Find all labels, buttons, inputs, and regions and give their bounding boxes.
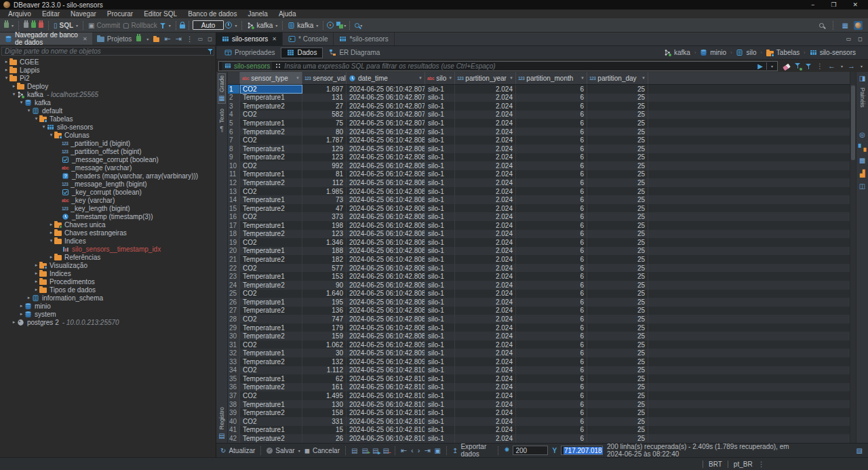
grid-cell[interactable]: 1.062 xyxy=(302,340,347,349)
grid-cell[interactable]: 6 xyxy=(516,383,587,392)
grid-cell[interactable]: 2024-06-25 06:10:42.808 xyxy=(347,332,425,340)
grid-cell[interactable]: silo-1 xyxy=(425,238,455,247)
grid-cell[interactable]: silo-1 xyxy=(425,383,455,392)
row-number[interactable]: 24 xyxy=(228,281,240,290)
tab-database-navigator[interactable]: Navegador de banco de dados ✕ xyxy=(0,33,92,45)
maximize-view-icon[interactable]: ◻ xyxy=(208,36,212,42)
grid-cell[interactable]: silo-1 xyxy=(425,417,455,426)
status-menu-icon[interactable]: ⋮ xyxy=(758,461,765,468)
menu-ajuda[interactable]: Ajuda xyxy=(273,10,302,18)
tree-expander-icon[interactable]: ▾ xyxy=(48,238,54,243)
tree-expander-icon[interactable]: ▸ xyxy=(48,254,54,260)
grid-cell[interactable]: Temperature1 xyxy=(240,400,302,409)
grid-cell[interactable]: 6 xyxy=(516,307,587,315)
breadcrumb-kafka[interactable]: kafka xyxy=(660,49,694,56)
grid-cell[interactable]: Temperature1 xyxy=(240,349,302,357)
tree-item-message-varchar[interactable]: abc _message (varchar) xyxy=(0,163,216,172)
grid-cell[interactable]: silo-1 xyxy=(425,170,455,179)
edit-row-icon[interactable]: ▤ xyxy=(351,447,357,454)
row-number[interactable]: 42 xyxy=(228,434,240,443)
grid-cell[interactable]: 6 xyxy=(516,247,587,256)
reconnect-button[interactable] xyxy=(30,22,37,28)
grid-cell[interactable]: silo-1 xyxy=(425,136,455,144)
grid-cell[interactable]: silo-1 xyxy=(425,408,455,417)
grid-cell[interactable]: 2.024 xyxy=(455,340,516,349)
tree-expander-icon[interactable]: ▾ xyxy=(48,132,54,138)
scrollbar-thumb[interactable] xyxy=(851,85,855,160)
row-number[interactable]: 12 xyxy=(228,178,240,187)
grid-cell[interactable]: 182 xyxy=(302,255,347,264)
tree-item-timestamp-timestamp-3[interactable]: _timestamp (timestamp(3)) xyxy=(0,212,216,220)
lock-icon[interactable] xyxy=(180,24,185,28)
grid-cell[interactable]: silo-1 xyxy=(425,204,455,213)
disconnect-button[interactable] xyxy=(22,22,30,28)
grid-cell[interactable]: 6 xyxy=(516,178,587,187)
row-number[interactable]: 14 xyxy=(228,195,240,204)
prev-row-icon[interactable]: ‹ xyxy=(411,447,414,454)
tree-item-pi2[interactable]: ▾ Pi2 xyxy=(0,74,216,82)
delete-row-icon[interactable]: ▤− xyxy=(382,447,389,454)
perspective-icon[interactable]: ▦ xyxy=(842,22,848,29)
grid-cell[interactable]: CO2 xyxy=(240,238,302,247)
grid-cell[interactable]: Temperature1 xyxy=(240,170,302,179)
grid-cell[interactable]: 6 xyxy=(516,290,587,298)
grid-cell[interactable]: 6 xyxy=(516,417,587,426)
tree-expander-icon[interactable]: ▸ xyxy=(11,319,17,325)
grid-cell[interactable]: 25 xyxy=(587,349,648,357)
column-sort-icon[interactable]: ▼ xyxy=(448,76,452,80)
grid-cell[interactable]: 6 xyxy=(516,400,587,409)
grid-cell[interactable]: 2.024 xyxy=(455,366,516,375)
grid-cell[interactable]: 25 xyxy=(587,281,648,290)
grid-cell[interactable]: 2.024 xyxy=(455,408,516,417)
grid-cell[interactable]: 25 xyxy=(587,128,648,136)
grid-cell[interactable]: 136 xyxy=(302,307,347,315)
grid-cell[interactable]: 2024-06-25 06:10:42.808 xyxy=(347,281,425,290)
active-connection-selector[interactable]: kafka▾ xyxy=(245,22,279,29)
tree-item-key-length-bigint[interactable]: 123 _key_length (bigint) xyxy=(0,204,216,212)
grid-cell[interactable]: 2024-06-25 06:10:42.808 xyxy=(347,315,425,324)
tab-projects[interactable]: Projetos xyxy=(92,33,137,45)
grid-cell[interactable]: 6 xyxy=(516,187,587,196)
grid-cell[interactable]: 1.495 xyxy=(302,391,347,400)
grid-cell[interactable]: 25 xyxy=(587,170,648,179)
quick-access-search-icon[interactable] xyxy=(819,23,824,28)
grid-cell[interactable]: 373 xyxy=(302,212,347,221)
grid-cell[interactable]: 112 xyxy=(302,178,347,187)
grid-cell[interactable]: 2.024 xyxy=(455,434,516,443)
row-number[interactable]: 18 xyxy=(228,230,240,239)
grid-cell[interactable]: 25 xyxy=(587,255,648,264)
transaction-mode-button[interactable]: ▾ xyxy=(224,22,238,28)
row-number[interactable]: 5 xyxy=(228,119,240,128)
grid-cell[interactable]: 2024-06-25 06:10:42.808 xyxy=(347,324,425,332)
grid-cell[interactable]: 582 xyxy=(302,111,347,119)
grid-cell[interactable]: 25 xyxy=(587,195,648,204)
grid-cell[interactable]: 30 xyxy=(302,349,347,357)
grid-cell[interactable]: silo-1 xyxy=(425,195,455,204)
row-number[interactable]: 37 xyxy=(228,391,240,400)
grid-cell[interactable]: 2.024 xyxy=(455,111,516,119)
grid-cell[interactable]: silo-1 xyxy=(425,391,455,400)
grid-cell[interactable]: silo-1 xyxy=(425,374,455,383)
grid-cell[interactable]: 1.112 xyxy=(302,366,347,375)
grid-cell[interactable]: silo-1 xyxy=(425,290,455,298)
grid-cell[interactable]: CO2 xyxy=(240,85,302,94)
grid-cell[interactable]: 130 xyxy=(302,400,347,409)
metadata-panel-icon[interactable]: ▟ xyxy=(860,170,865,177)
grid-cell[interactable]: 6 xyxy=(516,272,587,281)
row-number[interactable]: 22 xyxy=(228,264,240,273)
grid-cell[interactable]: 25 xyxy=(587,204,648,213)
grid-cell[interactable]: 6 xyxy=(516,366,587,375)
tree-item-key-varchar[interactable]: abc _key (varchar) xyxy=(0,196,216,204)
tree-expander-icon[interactable]: ▾ xyxy=(3,75,9,81)
new-sql-editor-button[interactable]: ▯SQL▾ xyxy=(52,22,79,29)
filter-icon[interactable] xyxy=(208,48,214,54)
row-number[interactable]: 36 xyxy=(228,383,240,392)
grid-cell[interactable]: 2024-06-25 06:10:42.810 xyxy=(347,408,425,417)
grid-cell[interactable]: 198 xyxy=(302,221,347,230)
grid-cell[interactable]: 25 xyxy=(587,144,648,153)
grid-cell[interactable]: 2.024 xyxy=(455,315,516,324)
tree-expander-icon[interactable]: ▸ xyxy=(48,230,54,235)
grid-cell[interactable]: 2.024 xyxy=(455,144,516,153)
menu-navegar[interactable]: Navegar xyxy=(65,10,102,18)
grid-cell[interactable]: 25 xyxy=(587,340,648,349)
